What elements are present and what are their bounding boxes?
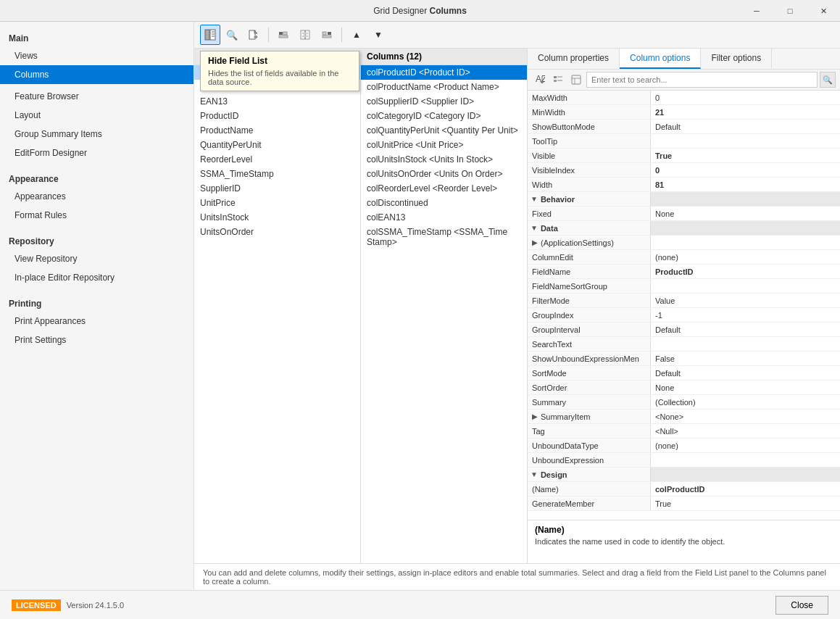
field-item-productid[interactable]: ProductID — [194, 109, 360, 123]
description-title: (Name) — [535, 525, 833, 535]
close-button[interactable]: Close — [775, 596, 828, 615]
svg-rect-8 — [279, 36, 288, 38]
licensed-badge: LICENSED — [12, 599, 61, 611]
props-table: MaxWidth 0 MinWidth 21 ShowButtonMode De… — [528, 91, 840, 520]
field-item-quantityperunit[interactable]: QuantityPerUnit — [194, 138, 360, 152]
sidebar-item-feature-browser[interactable]: Feature Browser — [0, 87, 194, 106]
svg-rect-7 — [279, 32, 283, 35]
field-list: CategoryID Discontinued EAN13 ProductID … — [194, 65, 360, 563]
field-item-ssma[interactable]: SSMA_TimeStamp — [194, 167, 360, 181]
maximize-button[interactable]: □ — [773, 0, 807, 22]
svg-rect-15 — [323, 36, 331, 38]
field-item-ean13[interactable]: EAN13 — [194, 94, 360, 109]
svg-rect-9 — [283, 32, 287, 35]
column-item-productname[interactable]: colProductName <Product Name> — [361, 80, 527, 94]
svg-rect-13 — [302, 36, 308, 37]
field-panel: Fi... CategoryID Discontinued EAN13 Prod… — [194, 49, 361, 563]
columns-panel-header: Columns (12) — [361, 49, 527, 65]
column-item-ean13[interactable]: colEAN13 — [361, 210, 527, 225]
field-item-supplierid[interactable]: SupplierID — [194, 181, 360, 196]
move-up-button[interactable]: ▲ — [346, 25, 367, 45]
tooltip-hide-field-list: Hide Field List Hides the list of fields… — [200, 51, 359, 91]
field-item-unitprice[interactable]: UnitPrice — [194, 196, 360, 210]
sidebar-item-appearances[interactable]: Appearances — [0, 187, 194, 206]
sidebar-item-view-repository[interactable]: View Repository — [0, 249, 194, 268]
sidebar-section-repository: Repository — [0, 230, 194, 249]
field-item-productname[interactable]: ProductName — [194, 123, 360, 138]
sidebar-item-print-appearances[interactable]: Print Appearances — [0, 312, 194, 331]
info-bar: You can add and delete columns, modify t… — [194, 563, 840, 590]
column-item-categoryid[interactable]: colCategoryID <Category ID> — [361, 109, 527, 123]
search-input[interactable] — [586, 72, 818, 88]
move-down-button[interactable]: ▼ — [368, 25, 388, 45]
svg-rect-0 — [205, 30, 209, 40]
title-text: Grid Designer Columns — [373, 6, 467, 16]
description-area: (Name) Indicates the name used in code t… — [528, 520, 840, 563]
column-item-ssma[interactable]: colSSMA_TimeStamp <SSMA_Time Stamp> — [361, 225, 527, 249]
svg-rect-20 — [554, 80, 557, 82]
props-more-button[interactable] — [568, 72, 584, 88]
props-panel: Column properties Column options Filter … — [528, 49, 840, 563]
tooltip-title: Hide Field List — [208, 56, 352, 66]
tooltip-desc: Hides the list of fields available in th… — [208, 69, 352, 86]
svg-rect-16 — [323, 32, 326, 35]
field-item-unitsinstock[interactable]: UnitsInStock — [194, 210, 360, 225]
sidebar-item-views[interactable]: Views — [0, 46, 194, 65]
field-item-reorderlevel[interactable]: ReorderLevel — [194, 152, 360, 167]
column-item-supplierid[interactable]: colSupplierID <Supplier ID> — [361, 94, 527, 109]
column-item-discontinued[interactable]: colDiscontinued — [361, 196, 527, 210]
center-col-button[interactable] — [295, 25, 315, 45]
column-item-unitsonorder[interactable]: colUnitsOnOrder <Units On Order> — [361, 167, 527, 181]
svg-rect-12 — [302, 33, 308, 34]
columns-list: colProductID <Product ID> colProductName… — [361, 65, 527, 563]
columns-panel: Columns (12) colProductID <Product ID> c… — [361, 49, 528, 563]
sidebar-item-columns[interactable]: Columns — [0, 65, 194, 84]
sidebar-item-format-rules[interactable]: Format Rules — [0, 206, 194, 225]
column-item-productid[interactable]: colProductID <Product ID> — [361, 65, 527, 80]
title-bar: Grid Designer Columns ─ □ ✕ — [0, 0, 840, 22]
props-toolbar: AZ — [528, 70, 840, 91]
props-tabs: Column properties Column options Filter … — [528, 49, 840, 70]
sidebar-item-inplace-editor[interactable]: In-place Editor Repository — [0, 268, 194, 287]
minimize-button[interactable]: ─ — [740, 0, 773, 22]
version-text: Version 24.1.5.0 — [67, 601, 125, 610]
column-item-reorderlevel[interactable]: colReorderLevel <Reorder Level> — [361, 181, 527, 196]
sidebar-item-print-settings[interactable]: Print Settings — [0, 331, 194, 349]
sidebar-item-layout[interactable]: Layout — [0, 106, 194, 125]
sidebar-section-printing: Printing — [0, 293, 194, 312]
export-button[interactable] — [244, 25, 264, 45]
search-icon-button[interactable]: 🔍 — [820, 72, 836, 88]
sidebar: Main Views Columns Feature Browser Layou… — [0, 22, 194, 590]
align-right-button[interactable] — [317, 25, 337, 45]
column-item-quantityperunit[interactable]: colQuantityPerUnit <Quantity Per Unit> — [361, 123, 527, 138]
toolbar: Hide Field List Hides the list of fields… — [194, 22, 840, 49]
tab-column-options[interactable]: Column options — [620, 49, 701, 69]
props-sort-alpha-button[interactable]: AZ — [532, 72, 548, 88]
field-item-unitsonorder[interactable]: UnitsOnOrder — [194, 225, 360, 239]
column-item-unitsinstock[interactable]: colUnitsInStock <Units In Stock> — [361, 152, 527, 167]
sidebar-section-main: Main — [0, 28, 194, 46]
tab-column-properties[interactable]: Column properties — [528, 49, 620, 69]
search-button[interactable]: 🔍 — [222, 25, 242, 45]
svg-text:AZ: AZ — [536, 75, 545, 84]
sidebar-item-group-summary[interactable]: Group Summary Items — [0, 125, 194, 144]
props-sort-category-button[interactable] — [550, 72, 566, 88]
svg-rect-23 — [572, 75, 581, 84]
sidebar-section-appearance: Appearance — [0, 168, 194, 187]
tab-filter-options[interactable]: Filter options — [701, 49, 772, 69]
svg-rect-14 — [328, 32, 331, 35]
sidebar-item-editform[interactable]: EditForm Designer — [0, 144, 194, 162]
footer: LICENSED Version 24.1.5.0 Close — [0, 590, 840, 619]
svg-rect-1 — [210, 30, 215, 40]
column-item-unitprice[interactable]: colUnitPrice <Unit Price> — [361, 138, 527, 152]
window-close-button[interactable]: ✕ — [807, 0, 840, 22]
align-col-left-button[interactable] — [273, 25, 294, 45]
description-text: Indicates the name used in code to ident… — [535, 537, 833, 546]
svg-rect-19 — [554, 76, 557, 78]
hide-field-list-button[interactable] — [200, 25, 220, 45]
